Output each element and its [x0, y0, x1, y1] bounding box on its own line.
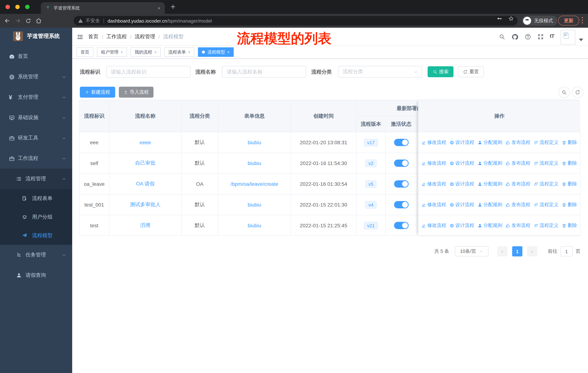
font-size-icon[interactable]: tT [550, 33, 554, 39]
back-icon[interactable] [4, 18, 10, 24]
edit-process-link[interactable]: 修改流程 [421, 181, 446, 187]
process-name-input[interactable] [222, 66, 306, 78]
page-size-select[interactable]: 10条/页 [455, 246, 488, 256]
sidebar-item-workflow[interactable]: 工作流程 [0, 148, 72, 169]
import-process-button[interactable]: 导入流程 [119, 87, 153, 98]
form-info-link[interactable]: biubiu [248, 222, 261, 228]
process-name-link[interactable]: 测试多审批人 [130, 202, 161, 208]
version-badge[interactable]: v5 [365, 180, 377, 188]
edit-process-link[interactable]: 修改流程 [421, 139, 446, 146]
assign-rule-link[interactable]: 分配规则 [478, 160, 502, 166]
sidebar-item-infrastructure[interactable]: 基础设施 [0, 107, 72, 128]
current-page-button[interactable]: 1 [512, 246, 522, 256]
deploy-process-link[interactable]: 发布流程 [506, 181, 530, 187]
home-icon[interactable] [35, 18, 42, 24]
browser-menu-icon[interactable] [582, 17, 583, 23]
deploy-process-link[interactable]: 发布流程 [506, 202, 530, 208]
sidebar-item-leave-query[interactable]: 请假查询 [0, 265, 72, 286]
breadcrumb-item[interactable]: 流程管理 [135, 33, 155, 40]
assign-rule-link[interactable]: 分配规则 [478, 139, 502, 146]
tag-home[interactable]: 首页 [77, 47, 93, 57]
delete-link[interactable]: 删除 [562, 222, 577, 229]
process-definition-link[interactable]: 流程定义 [534, 160, 558, 166]
close-icon[interactable]: × [121, 50, 123, 54]
active-toggle[interactable] [394, 139, 409, 146]
deploy-process-link[interactable]: 发布流程 [506, 139, 530, 146]
reload-icon[interactable] [25, 18, 31, 24]
reset-button[interactable]: 重置 [458, 66, 484, 77]
window-zoom-button[interactable] [25, 5, 30, 9]
process-definition-link[interactable]: 流程定义 [534, 222, 558, 229]
design-process-link[interactable]: 设计流程 [450, 181, 474, 187]
deploy-process-link[interactable]: 发布流程 [506, 222, 530, 229]
browser-update-button[interactable]: 更新 [558, 16, 579, 26]
star-bookmark-icon[interactable] [508, 16, 514, 21]
design-process-link[interactable]: 设计流程 [450, 139, 474, 146]
process-id-input[interactable] [106, 66, 191, 78]
sidebar-item-process-model[interactable]: 流程模型 [0, 226, 72, 245]
breadcrumb-item[interactable]: 工作流程 [106, 33, 127, 40]
delete-link[interactable]: 删除 [562, 202, 577, 208]
deploy-process-link[interactable]: 发布流程 [506, 160, 530, 166]
sidebar-item-system[interactable]: 系统管理 [0, 67, 72, 87]
form-info-link[interactable]: biubiu [248, 140, 261, 145]
assign-rule-link[interactable]: 分配规则 [478, 202, 502, 208]
close-icon[interactable]: × [154, 50, 157, 54]
close-icon[interactable]: × [188, 50, 190, 54]
goto-page-input[interactable] [560, 246, 573, 256]
tag-tenant[interactable]: 租户管理× [97, 47, 127, 57]
assign-rule-link[interactable]: 分配规则 [478, 181, 502, 187]
window-minimize-button[interactable] [15, 5, 20, 9]
close-icon[interactable]: × [227, 50, 230, 54]
form-info-link[interactable]: biubiu [248, 202, 261, 208]
next-page-button[interactable]: › [527, 246, 537, 256]
form-info-link[interactable]: /bpm/oa/leave/create [231, 181, 278, 187]
process-category-select[interactable]: 流程分类 [338, 66, 422, 78]
delete-link[interactable]: 删除 [562, 181, 577, 187]
version-badge[interactable]: v4 [365, 201, 377, 209]
sidebar-collapse-icon[interactable] [77, 33, 84, 40]
version-badge[interactable]: v17 [364, 139, 378, 146]
process-definition-link[interactable]: 流程定义 [534, 181, 558, 187]
version-badge[interactable]: v21 [364, 222, 378, 229]
table-search-button[interactable] [558, 87, 570, 98]
window-close-button[interactable] [5, 5, 10, 9]
fullscreen-icon[interactable] [537, 33, 544, 40]
avatar[interactable] [561, 30, 575, 44]
search-button[interactable]: 搜索 [428, 66, 453, 77]
delete-link[interactable]: 删除 [562, 160, 577, 166]
help-icon[interactable] [525, 33, 531, 40]
key-icon[interactable] [496, 16, 502, 21]
tag-process-form[interactable]: 流程表单× [164, 47, 194, 57]
active-toggle[interactable] [394, 160, 409, 167]
assign-rule-link[interactable]: 分配规则 [478, 222, 502, 229]
search-icon[interactable] [499, 33, 505, 40]
prev-page-button[interactable]: ‹ [497, 246, 507, 256]
create-process-button[interactable]: 新建流程 [80, 87, 115, 98]
sidebar-item-user-group[interactable]: 用户分组 [0, 208, 72, 226]
github-icon[interactable] [511, 33, 518, 40]
active-toggle[interactable] [394, 180, 409, 188]
browser-tab[interactable]: 芋道管理系统 × [41, 2, 165, 14]
active-toggle[interactable] [394, 222, 409, 229]
active-toggle[interactable] [394, 201, 409, 208]
tag-process-model-active[interactable]: 流程模型× [198, 47, 234, 57]
sidebar-item-payment[interactable]: ¥ 支付管理 [0, 87, 72, 107]
process-name-link[interactable]: OA 请假 [136, 181, 155, 187]
process-definition-link[interactable]: 流程定义 [534, 139, 558, 146]
sidebar-item-dev-tools[interactable]: 研发工具 [0, 128, 72, 148]
edit-process-link[interactable]: 修改流程 [421, 222, 446, 229]
sidebar-item-process-management[interactable]: 流程管理 [0, 169, 72, 189]
form-info-link[interactable]: biubiu [248, 160, 261, 166]
tag-my-process[interactable]: 我的流程× [131, 47, 161, 57]
edit-process-link[interactable]: 修改流程 [421, 160, 446, 166]
design-process-link[interactable]: 设计流程 [450, 202, 474, 208]
process-name-link[interactable]: 滔博 [140, 222, 150, 229]
tab-close-icon[interactable]: × [158, 5, 160, 11]
process-name-link[interactable]: eeee [140, 140, 151, 145]
address-bar[interactable]: 不安全 dashboard.yudao.iocoder.cn/bpm/manag… [74, 16, 518, 26]
design-process-link[interactable]: 设计流程 [450, 160, 474, 166]
breadcrumb-item[interactable]: 首页 [88, 33, 98, 40]
process-definition-link[interactable]: 流程定义 [534, 202, 558, 208]
sidebar-item-home[interactable]: 首页 [0, 46, 72, 67]
